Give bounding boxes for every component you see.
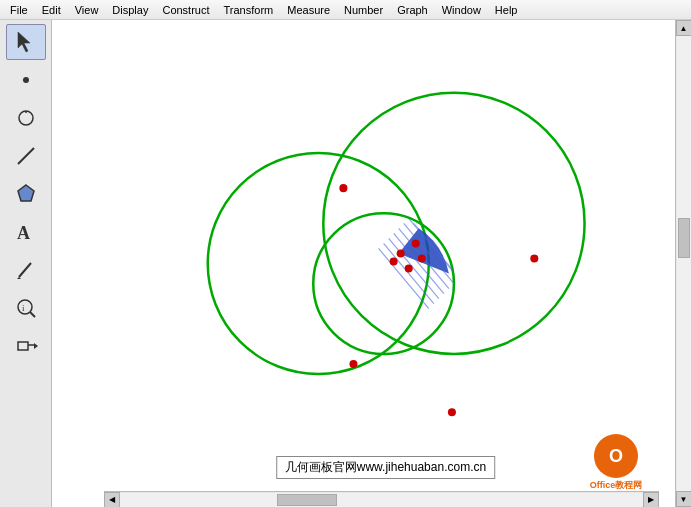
hscroll-left-btn[interactable]: ◀ [104,492,120,508]
menu-measure[interactable]: Measure [281,3,336,17]
compass-tool[interactable] [6,100,46,136]
toolbar: A i [0,20,52,507]
canvas-area[interactable]: 几何画板官网www.jihehuaban.com.cn O Office教程网 … [52,20,675,507]
hscroll-thumb[interactable] [277,494,337,506]
custom-tool[interactable] [6,328,46,364]
office-icon: O [594,434,638,478]
hscroll-right-btn[interactable]: ▶ [643,492,659,508]
menu-edit[interactable]: Edit [36,3,67,17]
menu-display[interactable]: Display [106,3,154,17]
svg-marker-5 [18,185,34,201]
vscroll-thumb[interactable] [678,218,690,258]
pen-tool[interactable] [6,252,46,288]
svg-line-10 [30,312,35,317]
h-scrollbar: ◀ ▶ [104,491,659,507]
v-scrollbar: ▲ ▼ [675,20,691,507]
svg-point-34 [349,360,357,368]
menubar: File Edit View Display Construct Transfo… [0,0,691,20]
svg-point-2 [19,111,33,125]
svg-point-9 [18,300,32,314]
menu-number[interactable]: Number [338,3,389,17]
svg-point-27 [339,184,347,192]
svg-point-33 [530,254,538,262]
menu-file[interactable]: File [4,3,34,17]
menu-window[interactable]: Window [436,3,487,17]
svg-marker-12 [18,342,28,350]
svg-point-29 [412,239,420,247]
polygon-tool[interactable] [6,176,46,212]
svg-line-7 [19,263,31,277]
svg-marker-8 [17,277,21,279]
vscroll-up-btn[interactable]: ▲ [676,20,692,36]
menu-help[interactable]: Help [489,3,524,17]
svg-point-32 [390,257,398,265]
select-tool[interactable] [6,24,46,60]
menu-view[interactable]: View [69,3,105,17]
svg-point-28 [397,249,405,257]
svg-text:i: i [22,303,25,313]
menu-transform[interactable]: Transform [218,3,280,17]
svg-point-1 [23,77,29,83]
svg-marker-14 [34,343,38,349]
vscroll-down-btn[interactable]: ▼ [676,491,692,507]
menu-graph[interactable]: Graph [391,3,434,17]
line-tool[interactable] [6,138,46,174]
svg-marker-0 [18,32,30,52]
info-tool[interactable]: i [6,290,46,326]
menu-construct[interactable]: Construct [156,3,215,17]
main-layout: A i [0,20,691,507]
svg-text:A: A [17,223,30,243]
text-tool[interactable]: A [6,214,46,250]
watermark-label: 几何画板官网www.jihehuaban.com.cn [276,456,495,479]
vscroll-track[interactable] [677,36,691,491]
point-tool[interactable] [6,62,46,98]
svg-point-15 [323,93,584,354]
svg-line-4 [18,148,34,164]
svg-point-30 [418,254,426,262]
svg-point-31 [405,265,413,273]
svg-point-35 [448,408,456,416]
hscroll-track[interactable] [120,493,643,507]
